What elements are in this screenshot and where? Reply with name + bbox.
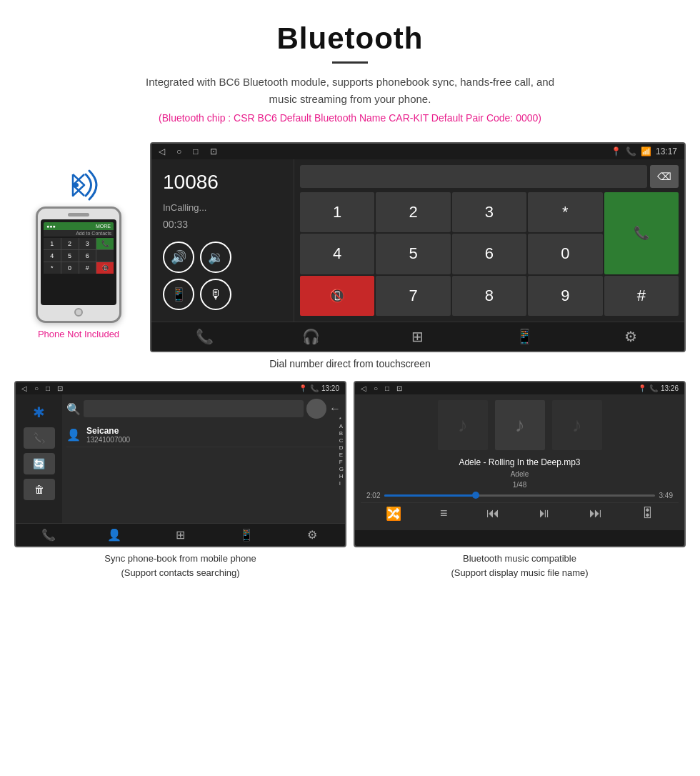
cs-key-1[interactable]: 1 [300,192,374,232]
page-header: Bluetooth Integrated with BC6 Bluetooth … [0,0,700,142]
pb-alpha-h[interactable]: H [339,473,344,479]
cs-time: 13:17 [656,146,677,156]
cs-key-call[interactable]: 📞 [604,192,679,274]
pb-back-arrow[interactable]: ← [329,402,341,415]
cs-key-7[interactable]: 7 [376,276,450,316]
ms-call-icon: 📞 [649,384,658,392]
ms-next-btn[interactable]: ⏭ [589,506,602,522]
pb-bottom-grid[interactable]: ⊞ [169,528,191,542]
cs-bottom-grid-icon[interactable]: ⊞ [404,328,432,345]
pb-contact-number: 13241007000 [86,436,130,444]
ms-shuffle-btn[interactable]: 🔀 [386,506,401,522]
ms-statusbar-left: ◁ ○ □ ⊡ [361,384,402,392]
phone-key-3[interactable]: 3 [79,238,96,249]
cs-bottom-settings-icon[interactable]: ⚙ [616,328,645,345]
phone-carrier: ●●● [46,224,56,229]
phone-key-star[interactable]: * [44,262,61,274]
cs-btn-row: 🔊 🔉 [163,242,282,273]
cs-key-endcall[interactable]: 📵 [300,276,374,316]
svg-point-0 [74,183,79,187]
phone-key-call[interactable]: 📞 [96,238,114,249]
pb-alpha-g[interactable]: G [339,466,344,472]
ms-album-row: ♪ ♪ ♪ [438,400,602,450]
ms-statusbar-right: 📍 📞 13:26 [638,384,679,392]
cs-volume-up-btn[interactable]: 🔊 [163,242,194,273]
cs-key-4[interactable]: 4 [300,234,374,274]
pb-alpha-d[interactable]: D [339,444,344,451]
cs-key-5[interactable]: 5 [376,234,450,274]
cs-dial-input[interactable] [300,165,647,188]
phone-key-1[interactable]: 1 [44,238,61,249]
pb-bt-icon: ✱ [24,402,55,423]
pb-alpha-b[interactable]: B [339,430,344,437]
car-screen-wrap: ◁ ○ □ ⊡ 📍 📞 📶 13:17 10086 InCalling... [150,142,686,352]
pb-phone-btn[interactable]: 📞 [24,427,55,449]
title-divider [332,61,368,64]
cs-body: 10086 InCalling... 00:33 🔊 🔉 📱 🎙 [151,159,684,322]
phone-mockup: ●●● MORE Add to Contacts 1 2 3 📞 4 5 6 *… [36,207,121,323]
cs-key-6[interactable]: 6 [452,234,526,274]
phone-key-5[interactable]: 5 [61,250,79,262]
cs-key-8[interactable]: 8 [452,276,526,316]
pb-body: ✱ 📞 🔄 🗑 🔍 ← 👤 Se [16,394,345,523]
cs-bottom-bar: 📞 🎧 ⊞ 📱 ⚙ [151,322,684,351]
pb-alpha-c[interactable]: C [339,437,344,444]
pb-circle-btn[interactable] [306,399,326,419]
cs-key-star[interactable]: * [528,192,602,232]
cs-volume-down-btn[interactable]: 🔉 [200,242,231,273]
phone-screen-header: ●●● MORE [44,222,114,230]
phone-key-0[interactable]: 0 [61,262,79,274]
cs-key-3[interactable]: 3 [452,192,526,232]
pb-statusbar-left: ◁ ○ □ ⊡ [21,384,63,392]
cs-bottom-headset-icon[interactable]: 🎧 [297,328,326,345]
pb-sync-btn[interactable]: 🔄 [24,453,55,474]
phone-key-6[interactable]: 6 [79,250,96,262]
ms-progress-bar[interactable] [384,494,654,497]
cs-key-9[interactable]: 9 [528,276,602,316]
pb-alpha-e[interactable]: E [339,452,344,458]
phonebook-caption-text: Sync phone-book from mobile phone(Suppor… [104,553,256,578]
cs-input-row: ⌫ [300,165,679,188]
cs-btn-row-2: 📱 🎙 [163,279,282,310]
ms-playlist-btn[interactable]: ≡ [440,506,448,522]
cs-bottom-mobile-icon[interactable]: 📱 [510,328,539,345]
phone-key-4[interactable]: 4 [44,250,61,262]
home-button[interactable] [74,308,83,317]
pb-bottom-settings[interactable]: ⚙ [301,528,323,542]
pb-search-row: 🔍 ← [66,399,341,419]
phonebook-caption: Sync phone-book from mobile phone(Suppor… [14,547,346,584]
page-title: Bluetooth [14,21,686,56]
pb-bottom-mobile[interactable]: 📱 [236,528,257,542]
pb-alpha-f[interactable]: F [339,459,344,465]
pb-statusbar-right: 📍 📞 13:20 [299,384,339,392]
ms-eq-btn[interactable]: 🎛 [641,506,654,522]
cs-call-icon: 📞 [626,146,636,156]
ms-prev-btn[interactable]: ⏮ [486,506,499,522]
cs-bottom-phone-icon[interactable]: 📞 [191,328,219,345]
cs-statusbar-right: 📍 📞 📶 13:17 [611,146,677,156]
pb-contact-row[interactable]: 👤 Seicane 13241007000 [66,423,341,447]
phone-key-2[interactable]: 2 [61,238,79,249]
pb-nav-dl: ⊡ [57,384,63,392]
cs-key-hash[interactable]: # [604,276,679,316]
pb-call-icon: 📞 [310,384,319,392]
cs-key-0[interactable]: 0 [528,234,602,274]
phone-key-endcall[interactable]: 📵 [96,262,114,274]
pb-bottom-bar: 📞 👤 ⊞ 📱 ⚙ [16,523,345,546]
pb-search-input[interactable] [84,400,304,417]
pb-alpha-i[interactable]: I [339,480,344,487]
cs-mic-btn[interactable]: 🎙 [200,279,231,310]
cs-location-icon: 📍 [611,146,621,156]
pb-bottom-phone[interactable]: 📞 [38,528,59,542]
ms-play-btn[interactable]: ⏯ [538,506,551,522]
pb-bottom-user[interactable]: 👤 [104,528,125,542]
pb-alpha-a[interactable]: A [339,423,344,429]
cs-backspace-btn[interactable]: ⌫ [650,165,679,188]
phone-key-spacer [96,250,114,262]
pb-delete-btn[interactable]: 🗑 [24,479,55,500]
phone-more: MORE [96,224,111,229]
cs-transfer-btn[interactable]: 📱 [163,279,194,310]
phone-key-hash[interactable]: # [79,262,96,274]
cs-key-2[interactable]: 2 [376,192,450,232]
pb-alpha-star[interactable]: * [339,416,344,422]
